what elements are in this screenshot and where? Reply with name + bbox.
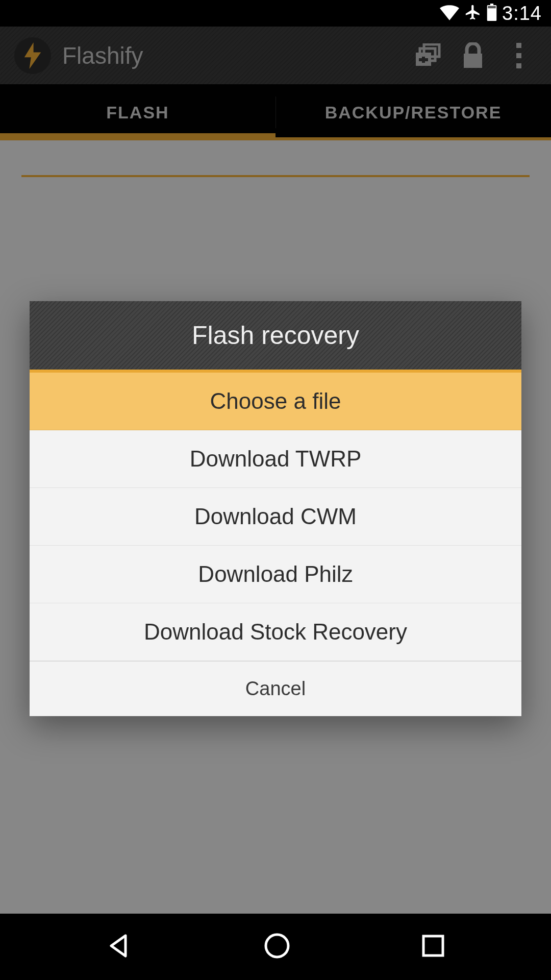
nav-home-button[interactable] xyxy=(263,932,291,962)
battery-icon xyxy=(487,4,497,23)
nav-back-button[interactable] xyxy=(105,932,134,962)
option-label: Choose a file xyxy=(210,388,341,414)
option-label: Download CWM xyxy=(194,504,357,529)
dialog-cancel-button[interactable]: Cancel xyxy=(30,661,521,716)
status-time: 3:14 xyxy=(502,3,542,24)
option-download-stock-recovery[interactable]: Download Stock Recovery xyxy=(30,603,521,661)
flash-recovery-dialog: Flash recovery Choose a file Download TW… xyxy=(30,301,521,716)
svg-point-7 xyxy=(266,935,288,957)
svg-rect-0 xyxy=(488,6,495,9)
navigation-bar xyxy=(0,914,551,980)
svg-rect-8 xyxy=(423,936,443,955)
option-download-philz[interactable]: Download Philz xyxy=(30,546,521,603)
option-label: Download Philz xyxy=(198,561,353,587)
status-bar: 3:14 xyxy=(0,0,551,27)
option-download-twrp[interactable]: Download TWRP xyxy=(30,430,521,488)
nav-recent-button[interactable] xyxy=(420,933,446,961)
option-choose-file[interactable]: Choose a file xyxy=(30,373,521,430)
option-download-cwm[interactable]: Download CWM xyxy=(30,488,521,546)
wifi-icon xyxy=(440,4,459,22)
option-label: Download TWRP xyxy=(190,446,362,472)
airplane-mode-icon xyxy=(464,4,482,23)
cancel-label: Cancel xyxy=(245,678,306,700)
option-label: Download Stock Recovery xyxy=(144,619,407,645)
dialog-title: Flash recovery xyxy=(30,301,521,373)
